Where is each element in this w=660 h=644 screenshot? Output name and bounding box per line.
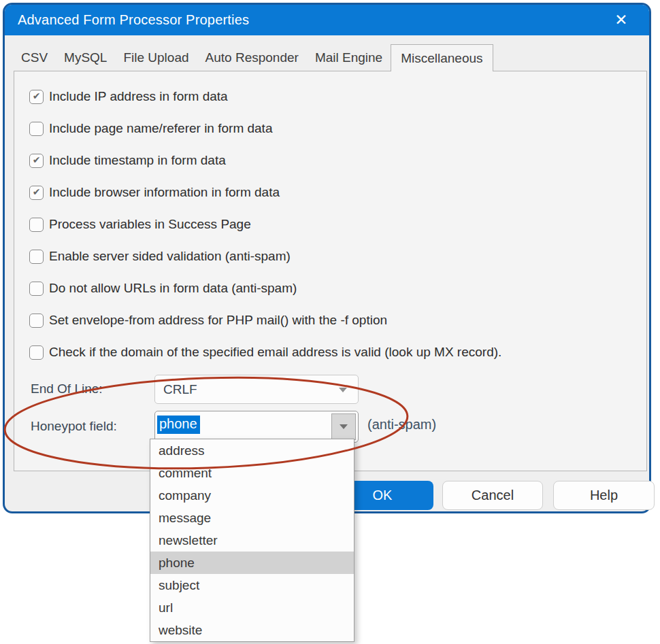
checkbox-row: ✔ Process variables in Success Page (29, 217, 501, 232)
tab-label: Mail Engine (315, 50, 382, 65)
tab[interactable]: Miscellaneous (391, 44, 493, 71)
checkbox[interactable]: ✔ (29, 313, 44, 328)
dropdown-list-item[interactable]: newsletter (150, 529, 354, 552)
dialog-advanced-form-processor-properties: Advanced Form Processor Properties ✕ CSV… (3, 3, 651, 513)
tab-label: Auto Responder (205, 50, 299, 65)
checkbox-label: Enable server sided validation (anti-spa… (49, 249, 291, 264)
tab-strip: CSV MySQL File Upload Auto Responder Mai… (13, 44, 493, 71)
end-of-line-dropdown[interactable]: CRLF (154, 375, 359, 404)
window-title: Advanced Form Processor Properties (18, 12, 249, 28)
checkbox[interactable]: ✔ (29, 154, 44, 168)
honeypot-field-label: Honeypot field: (31, 419, 117, 434)
checkbox-row: ✔ Set envelope-from address for PHP mail… (29, 313, 501, 328)
dropdown-list-item[interactable]: subject (150, 574, 354, 596)
checkbox-option-list: ✔ Include IP address in form data ✔ Incl… (29, 89, 501, 377)
checkbox-label: Check if the domain of the specified ema… (49, 345, 501, 360)
checkbox-label: Include timestamp in form data (49, 153, 226, 168)
chevron-down-icon (340, 424, 348, 429)
tab[interactable]: Mail Engine (307, 44, 391, 71)
dropdown-list-item[interactable]: url (150, 596, 354, 619)
checkbox-row: ✔ Include timestamp in form data (29, 153, 501, 168)
checkbox-row: ✔ Include IP address in form data (29, 89, 501, 104)
honeypot-combobox[interactable]: phone (154, 411, 359, 443)
tab-label: MySQL (64, 50, 107, 65)
check-icon: ✔ (33, 91, 41, 101)
tab[interactable]: Auto Responder (197, 44, 307, 71)
check-icon: ✔ (33, 155, 41, 165)
dropdown-list-item[interactable]: comment (150, 462, 354, 484)
checkbox-label: Do not allow URLs in form data (anti-spa… (49, 281, 297, 296)
checkbox-row: ✔ Check if the domain of the specified e… (29, 345, 501, 360)
checkbox-label: Include page name/referer in form data (49, 121, 272, 136)
tab-label: File Upload (123, 50, 188, 65)
checkbox-row: ✔ Include browser information in form da… (29, 185, 501, 200)
tab[interactable]: File Upload (115, 44, 197, 71)
checkbox-label: Set envelope-from address for PHP mail()… (49, 313, 387, 328)
checkbox-row: ✔ Do not allow URLs in form data (anti-s… (29, 281, 501, 296)
checkbox[interactable]: ✔ (29, 122, 44, 136)
tab[interactable]: MySQL (56, 44, 115, 71)
end-of-line-value: CRLF (163, 382, 197, 397)
tab-label: Miscellaneous (401, 51, 482, 66)
dropdown-list-item[interactable]: website (150, 619, 354, 641)
checkbox[interactable]: ✔ (29, 345, 44, 360)
checkbox-label: Include IP address in form data (49, 89, 228, 104)
anti-spam-note: (anti-spam) (367, 417, 436, 433)
checkbox-label: Include browser information in form data (49, 185, 280, 200)
checkbox[interactable]: ✔ (29, 250, 44, 264)
dropdown-list-item[interactable]: address (150, 439, 354, 462)
combobox-dropdown-button[interactable] (331, 413, 356, 440)
check-icon: ✔ (33, 187, 41, 197)
help-button[interactable]: Help (553, 481, 655, 510)
cancel-button[interactable]: Cancel (442, 481, 543, 510)
chevron-down-icon (339, 388, 347, 392)
checkbox[interactable]: ✔ (29, 90, 44, 104)
checkbox-row: ✔ Include page name/referer in form data (29, 121, 501, 136)
checkbox-label: Process variables in Success Page (49, 217, 251, 232)
checkbox[interactable]: ✔ (29, 218, 44, 232)
title-bar: Advanced Form Processor Properties ✕ (5, 5, 649, 35)
dropdown-list-item[interactable]: company (150, 484, 354, 507)
checkbox[interactable]: ✔ (29, 186, 44, 200)
checkbox-row: ✔ Enable server sided validation (anti-s… (29, 249, 501, 264)
dropdown-list-item[interactable]: message (150, 507, 354, 529)
dropdown-list-item[interactable]: phone (150, 552, 354, 574)
screen: Advanced Form Processor Properties ✕ CSV… (0, 0, 660, 644)
end-of-line-label: End Of Line: (31, 382, 103, 396)
honeypot-selected-value[interactable]: phone (157, 416, 200, 434)
tab-label: CSV (21, 50, 48, 65)
close-icon[interactable]: ✕ (610, 5, 633, 35)
honeypot-dropdown-list: addresscommentcompanymessagenewsletterph… (150, 439, 354, 642)
tab[interactable]: CSV (13, 44, 56, 71)
checkbox[interactable]: ✔ (29, 282, 44, 296)
